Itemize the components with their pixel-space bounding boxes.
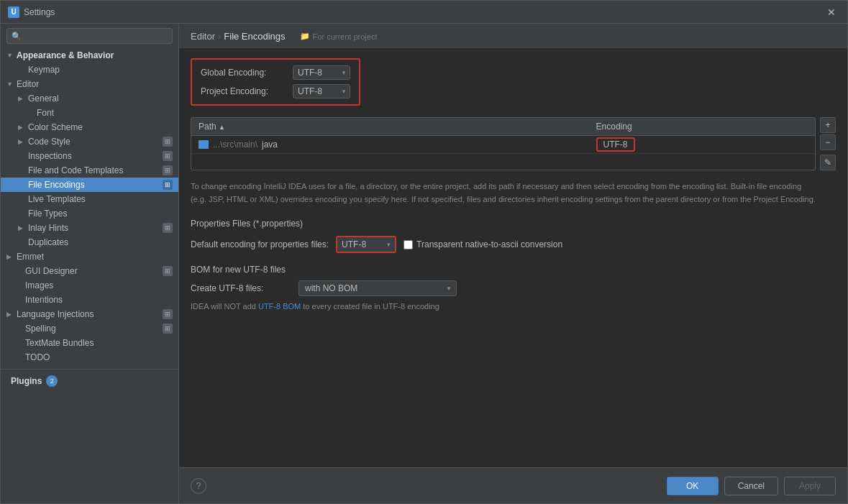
ok-button[interactable]: OK [667, 477, 719, 495]
props-encoding-select[interactable]: UTF-8 [337, 237, 395, 252]
badge-icon: ⊞ [163, 309, 173, 319]
sidebar-item-file-code-templates[interactable]: File and Code Templates ⊞ [1, 163, 178, 178]
badge-icon: ⊞ [163, 165, 173, 175]
arrow-icon [6, 325, 15, 332]
nav-tree: ▼ Appearance & Behavior Keymap ▼ Editor … [1, 48, 178, 503]
close-button[interactable]: ✕ [823, 5, 840, 19]
global-encoding-select[interactable]: UTF-8 [293, 65, 350, 80]
sidebar-item-duplicates[interactable]: Duplicates [1, 235, 178, 249]
arrow-icon [18, 181, 27, 188]
folder-small-icon: 📁 [300, 32, 310, 41]
cancel-button[interactable]: Cancel [724, 477, 778, 495]
sidebar-item-spelling[interactable]: Spelling ⊞ [1, 321, 178, 336]
settings-window: U Settings ✕ 🔍 ▼ Appearance & Behavior K… [0, 0, 848, 504]
for-project-label: 📁 For current project [300, 32, 378, 41]
arrow-icon: ▶ [18, 124, 27, 131]
bom-info-text: IDEA will NOT add UTF-8 BOM to every cre… [191, 302, 836, 311]
file-table-container: Path ▲ Encoding [191, 117, 836, 170]
info-text: To change encoding IntelliJ IDEA uses fo… [191, 180, 816, 206]
sidebar-item-plugins[interactable]: Plugins 2 [1, 372, 178, 390]
arrow-icon [6, 296, 15, 303]
project-encoding-select-wrapper: UTF-8 [293, 84, 350, 98]
arrow-icon: ▶ [6, 253, 15, 260]
arrow-icon [18, 167, 27, 174]
sidebar-item-file-encodings[interactable]: File Encodings ⊞ [1, 178, 178, 192]
arrow-icon [6, 282, 15, 289]
bom-link[interactable]: UTF-8 BOM [258, 302, 301, 311]
sidebar-item-intentions[interactable]: Intentions [1, 293, 178, 307]
sidebar-item-font[interactable]: Font [1, 106, 178, 120]
sidebar-item-keymap[interactable]: Keymap [1, 63, 178, 77]
arrow-icon [6, 267, 15, 275]
arrow-icon: ▼ [6, 52, 15, 59]
bom-select[interactable]: with NO BOM [298, 280, 457, 296]
arrow-icon [18, 152, 27, 160]
window-title: Settings [24, 7, 823, 17]
path-name: java [262, 139, 278, 150]
path-cell: ...\src\main\java [191, 136, 589, 154]
bom-row: Create UTF-8 files: with NO BOM [191, 280, 836, 296]
sidebar-item-color-scheme[interactable]: ▶ Color Scheme [1, 120, 178, 134]
bom-create-label: Create UTF-8 files: [191, 283, 291, 293]
table-side-buttons: + − ✎ [820, 117, 836, 170]
file-table: Path ▲ Encoding [191, 118, 815, 154]
search-icon: 🔍 [12, 32, 22, 41]
sidebar-item-todo[interactable]: TODO [1, 350, 178, 365]
apply-button[interactable]: Apply [784, 477, 836, 495]
sidebar-item-general[interactable]: ▶ General [1, 91, 178, 106]
sidebar-item-textmate[interactable]: TextMate Bundles [1, 336, 178, 350]
transparent-label: Transparent native-to-ascii conversion [416, 239, 562, 249]
props-select-highlight: UTF-8 ▼ [336, 236, 396, 253]
properties-section-title: Properties Files (*.properties) [191, 219, 836, 229]
arrow-icon [18, 66, 27, 73]
properties-row: Default encoding for properties files: U… [191, 236, 836, 253]
help-button[interactable]: ? [191, 478, 206, 494]
right-panel: Editor › File Encodings 📁 For current pr… [179, 24, 847, 503]
sidebar-item-gui-designer[interactable]: GUI Designer ⊞ [1, 264, 178, 278]
arrow-icon: ▶ [18, 224, 27, 232]
transparent-checkbox[interactable] [404, 240, 413, 249]
props-default-label: Default encoding for properties files: [191, 239, 329, 249]
search-input[interactable] [24, 31, 168, 41]
sidebar-item-inspections[interactable]: Inspections ⊞ [1, 149, 178, 163]
arrow-icon [18, 196, 27, 203]
sidebar-item-inlay-hints[interactable]: ▶ Inlay Hints ⊞ [1, 221, 178, 235]
table-row[interactable]: ...\src\main\java UTF-8 [191, 136, 815, 154]
badge-icon: ⊞ [163, 266, 173, 276]
panel-header: Editor › File Encodings 📁 For current pr… [179, 24, 847, 48]
arrow-icon [18, 239, 27, 246]
encoding-cell: UTF-8 [589, 136, 815, 154]
sidebar-item-code-style[interactable]: ▶ Code Style ⊞ [1, 134, 178, 149]
sidebar-item-emmet[interactable]: ▶ Emmet [1, 249, 178, 264]
sidebar-item-editor[interactable]: ▼ Editor [1, 77, 178, 91]
title-bar: U Settings ✕ [1, 1, 847, 24]
badge-icon: ⊞ [163, 180, 173, 190]
search-box[interactable]: 🔍 [6, 28, 173, 44]
main-content: 🔍 ▼ Appearance & Behavior Keymap ▼ Edito… [1, 24, 847, 503]
arrow-icon [6, 354, 15, 361]
badge-icon: ⊞ [163, 151, 173, 161]
sidebar-item-file-types[interactable]: File Types [1, 206, 178, 221]
edit-path-button[interactable]: ✎ [820, 155, 836, 170]
arrow-icon: ▶ [18, 138, 27, 145]
arrow-icon: ▶ [6, 311, 15, 318]
sidebar-item-images[interactable]: Images [1, 278, 178, 293]
badge-icon: ⊞ [163, 137, 173, 147]
arrow-icon [18, 210, 27, 217]
sort-asc-icon: ▲ [219, 124, 225, 131]
sidebar-item-language-injections[interactable]: ▶ Language Injections ⊞ [1, 307, 178, 321]
arrow-icon [27, 109, 35, 116]
project-encoding-row: Project Encoding: UTF-8 [201, 84, 350, 98]
badge-icon: ⊞ [163, 223, 173, 233]
path-dim: ...\src\main\ [213, 139, 257, 150]
file-table-inner: Path ▲ Encoding [191, 117, 816, 170]
sidebar-item-live-templates[interactable]: Live Templates [1, 192, 178, 206]
col-encoding-header: Encoding [589, 118, 815, 136]
properties-section: Properties Files (*.properties) Default … [191, 219, 836, 253]
sidebar-item-appearance-behavior[interactable]: ▼ Appearance & Behavior [1, 48, 178, 63]
remove-path-button[interactable]: − [820, 134, 836, 150]
add-path-button[interactable]: + [820, 117, 836, 133]
encoding-value-highlighted: UTF-8 [596, 137, 635, 152]
project-encoding-select[interactable]: UTF-8 [293, 84, 350, 98]
folder-icon [199, 140, 209, 149]
